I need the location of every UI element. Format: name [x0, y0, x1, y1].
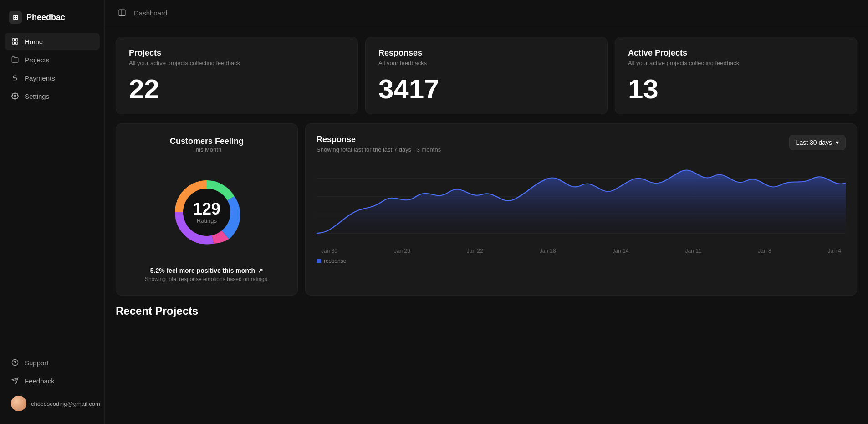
sidebar-item-settings[interactable]: Settings [5, 87, 100, 105]
main-content: Dashboard Projects All your active proje… [105, 0, 868, 424]
settings-icon [11, 92, 19, 100]
sidebar-bottom: Support Feedback chocoscoding@gmail.com [0, 349, 104, 417]
user-profile[interactable]: chocoscoding@gmail.com [5, 390, 100, 417]
sidebar-item-payments[interactable]: Payments [5, 69, 100, 87]
stat-card-projects: Projects All your active projects collec… [116, 37, 358, 114]
stat-responses-title: Responses [378, 48, 594, 58]
svg-rect-0 [12, 39, 15, 41]
feeling-note: Showing total response emotions based on… [145, 276, 269, 282]
sidebar-item-support[interactable]: Support [5, 354, 100, 371]
response-subtitle: Showing total last for the last 7 days -… [317, 146, 441, 153]
svg-rect-2 [12, 42, 15, 44]
stat-responses-subtitle: All your feedbacks [378, 60, 594, 66]
chart-label-5: Jan 11 [685, 248, 701, 254]
stat-responses-value: 3417 [378, 76, 594, 103]
sidebar-item-support-label: Support [25, 359, 49, 367]
legend-label: response [324, 258, 346, 264]
chart-label-6: Jan 8 [758, 248, 771, 254]
sidebar-item-home-label: Home [25, 38, 43, 46]
svg-rect-3 [15, 42, 18, 44]
response-chart-svg [317, 160, 846, 242]
stat-projects-title: Projects [129, 48, 345, 58]
header: Dashboard [105, 0, 868, 26]
response-card: Response Showing total last for the last… [305, 123, 857, 296]
sidebar-item-projects[interactable]: Projects [5, 51, 100, 68]
breadcrumb: Dashboard [134, 9, 167, 17]
donut-center: 129 Ratings [193, 201, 220, 224]
recent-projects-section: Recent Projects [116, 305, 857, 317]
time-range-dropdown[interactable]: Last 30 days ▾ [789, 135, 846, 150]
app-name: Pheedbac [26, 13, 65, 22]
panels-row: Customers Feeling This Month [116, 123, 857, 296]
send-icon [11, 377, 19, 385]
folder-icon [11, 56, 19, 64]
response-title-block: Response Showing total last for the last… [317, 135, 441, 153]
sidebar: ⊞ Pheedbac Home Projects [0, 0, 105, 424]
chart-label-2: Jan 22 [467, 248, 483, 254]
svg-point-5 [14, 95, 16, 97]
trend-up-icon: ↗ [258, 267, 263, 274]
donut-chart: 129 Ratings [161, 167, 252, 258]
sidebar-item-projects-label: Projects [25, 56, 49, 64]
avatar [11, 396, 26, 411]
chart-label-4: Jan 14 [613, 248, 629, 254]
stat-active-subtitle: All your active projects collecting feed… [628, 60, 844, 66]
sidebar-item-payments-label: Payments [25, 74, 55, 82]
response-header: Response Showing total last for the last… [317, 135, 846, 153]
sidebar-nav: Home Projects Payments [0, 33, 104, 349]
donut-label: Ratings [193, 217, 220, 224]
feeling-positive-text: 5.2% feel more positive this month ↗ [150, 267, 263, 274]
chart-label-7: Jan 4 [828, 248, 841, 254]
chevron-down-icon: ▾ [836, 139, 839, 146]
feeling-card: Customers Feeling This Month [116, 123, 298, 296]
chart-label-0: Jan 30 [321, 248, 337, 254]
user-email: chocoscoding@gmail.com [31, 400, 100, 407]
svg-rect-1 [15, 39, 18, 41]
stat-active-value: 13 [628, 76, 844, 103]
stat-card-responses: Responses All your feedbacks 3417 [365, 37, 608, 114]
feeling-title: Customers Feeling [170, 137, 244, 146]
sidebar-item-home[interactable]: Home [5, 33, 100, 50]
app-logo: ⊞ Pheedbac [0, 7, 104, 33]
content-area: Projects All your active projects collec… [105, 26, 868, 328]
chart-x-labels: Jan 30 Jan 26 Jan 22 Jan 18 Jan 14 Jan 1… [317, 248, 846, 254]
recent-projects-title: Recent Projects [116, 305, 857, 317]
chart-label-1: Jan 26 [394, 248, 410, 254]
chart-legend: response [317, 258, 846, 264]
sidebar-item-feedback[interactable]: Feedback [5, 372, 100, 389]
stats-row: Projects All your active projects collec… [116, 37, 857, 114]
logo-icon: ⊞ [9, 11, 22, 24]
sidebar-item-settings-label: Settings [25, 92, 49, 100]
stat-card-active-projects: Active Projects All your active projects… [615, 37, 857, 114]
stat-projects-subtitle: All your active projects collecting feed… [129, 60, 345, 66]
home-icon [11, 37, 19, 46]
svg-rect-10 [119, 10, 125, 16]
response-title: Response [317, 135, 441, 144]
feeling-subtitle: This Month [192, 146, 221, 153]
sidebar-toggle-button[interactable] [116, 6, 128, 19]
chart-area: Jan 30 Jan 26 Jan 22 Jan 18 Jan 14 Jan 1… [317, 160, 846, 284]
stat-projects-value: 22 [129, 76, 345, 103]
donut-value: 129 [193, 201, 220, 217]
chart-label-3: Jan 18 [540, 248, 556, 254]
stat-active-title: Active Projects [628, 48, 844, 58]
legend-dot [317, 259, 321, 263]
dollar-icon [11, 74, 19, 82]
support-icon [11, 358, 19, 367]
sidebar-item-feedback-label: Feedback [25, 377, 55, 385]
